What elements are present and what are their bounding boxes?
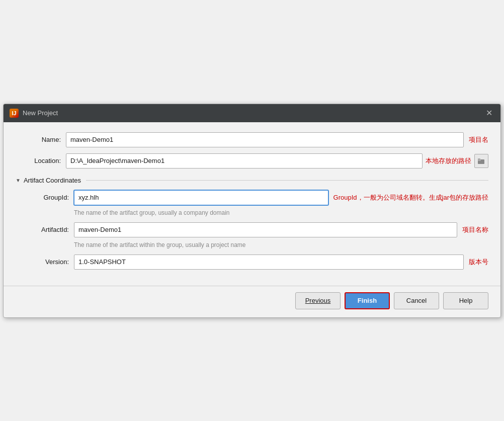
groupid-hint: The name of the artifact group, usually … [24, 209, 488, 216]
svg-rect-2 [478, 158, 480, 160]
name-label: Name: [16, 136, 61, 143]
dialog-title: New Project [23, 109, 58, 117]
app-icon: IJ [10, 109, 19, 118]
browse-button[interactable] [474, 154, 488, 168]
version-row: Version: 版本号 [24, 255, 488, 270]
artifactid-label: ArtifactId: [24, 226, 69, 233]
dialog-body: Name: 项目名 Location: 本地存放的路径 [4, 122, 500, 286]
artifactid-input[interactable] [74, 222, 457, 237]
name-input[interactable] [66, 132, 464, 147]
location-annotation: 本地存放的路径 [426, 156, 471, 165]
artifactid-annotation: 项目名称 [462, 225, 488, 234]
finish-button[interactable]: Finish [345, 292, 390, 309]
previous-button[interactable]: Previous [295, 292, 341, 309]
version-input[interactable] [74, 255, 464, 270]
cancel-button[interactable]: Cancel [394, 292, 439, 309]
groupid-row: GroupId: GroupId，一般为公司域名翻转。生成jar包的存放路径 [24, 190, 488, 205]
location-row: Location: 本地存放的路径 [16, 153, 488, 169]
artifact-section: GroupId: GroupId，一般为公司域名翻转。生成jar包的存放路径 T… [16, 190, 488, 270]
artifactid-row: ArtifactId: 项目名称 [24, 222, 488, 237]
title-bar-left: IJ New Project [10, 109, 58, 118]
name-row: Name: 项目名 [16, 132, 488, 147]
version-annotation: 版本号 [469, 258, 488, 267]
dialog-footer: Previous Finish Cancel Help [4, 286, 500, 317]
version-input-wrap: 版本号 [74, 255, 488, 270]
groupid-annotation: GroupId，一般为公司域名翻转。生成jar包的存放路径 [333, 193, 488, 202]
name-annotation: 项目名 [469, 135, 488, 144]
location-input-wrap: 本地存放的路径 [66, 153, 488, 169]
close-button[interactable]: ✕ [484, 108, 494, 118]
artifactid-hint: The name of the artifact within the grou… [24, 241, 488, 248]
help-button[interactable]: Help [443, 292, 488, 309]
location-label: Location: [16, 157, 61, 164]
title-bar: IJ New Project ✕ [4, 104, 500, 122]
section-divider [86, 180, 488, 181]
folder-icon [478, 158, 485, 164]
artifact-section-header: ▼ Artifact Coordinates [16, 177, 488, 184]
groupid-input-wrap: GroupId，一般为公司域名翻转。生成jar包的存放路径 [74, 190, 488, 205]
artifactid-input-wrap: 项目名称 [74, 222, 488, 237]
collapse-arrow[interactable]: ▼ [16, 178, 21, 183]
new-project-dialog: IJ New Project ✕ Name: 项目名 Location: 本地存… [3, 104, 501, 318]
version-label: Version: [24, 258, 69, 266]
groupid-input[interactable] [74, 190, 328, 205]
artifact-section-title: Artifact Coordinates [24, 177, 81, 184]
name-input-wrap: 项目名 [66, 132, 488, 147]
groupid-label: GroupId: [24, 194, 69, 201]
location-input[interactable] [66, 153, 423, 169]
